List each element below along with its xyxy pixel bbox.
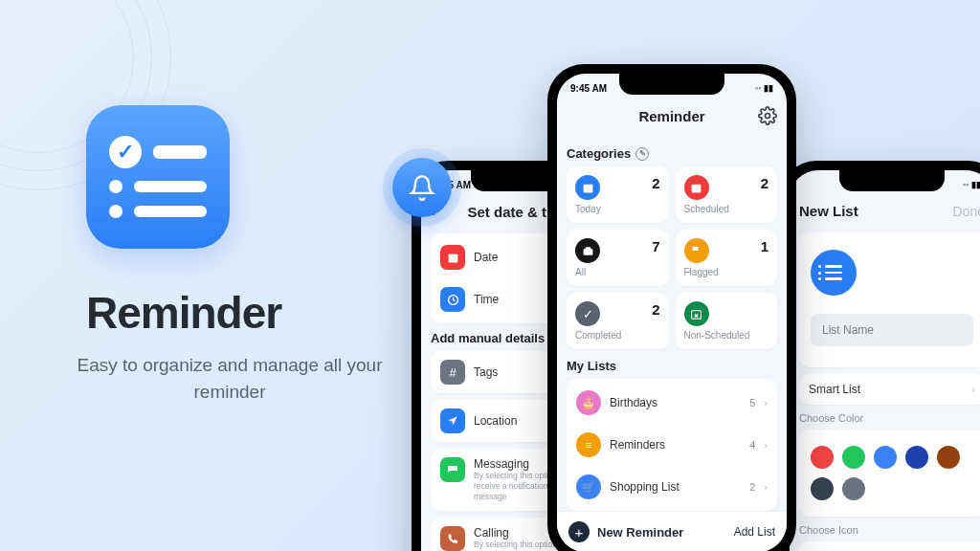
smart-list-row[interactable]: Smart List › xyxy=(799,374,980,405)
color-swatch[interactable] xyxy=(842,446,865,469)
calendar-icon xyxy=(575,175,600,200)
app-tagline: Easy to organize and manage all your rem… xyxy=(67,352,392,405)
status-icons: ◦◦ ▮▮ xyxy=(963,180,980,189)
status-time: 9:45 AM xyxy=(570,83,607,94)
screen-title: Reminder xyxy=(638,108,704,124)
svg-rect-8 xyxy=(692,310,702,319)
list-shopping-list[interactable]: 🛒Shopping List2› xyxy=(567,466,777,508)
cal-x-icon xyxy=(684,301,709,326)
color-swatch[interactable] xyxy=(937,446,960,469)
phone-main: 9:45 AM◦◦ ▮▮ Reminder Categories✎ 2Today… xyxy=(547,64,796,551)
check-icon: ✓ xyxy=(575,301,600,326)
app-title: Reminder xyxy=(86,287,392,339)
screen-title: New List xyxy=(799,203,858,219)
location-icon xyxy=(440,408,465,433)
category-today[interactable]: 2Today xyxy=(567,166,669,223)
chevron-right-icon: › xyxy=(764,397,768,408)
new-reminder-button[interactable]: New Reminder xyxy=(597,525,726,540)
tray-icon xyxy=(575,238,600,263)
calendar-icon xyxy=(440,245,465,270)
svg-rect-4 xyxy=(583,184,592,192)
svg-point-3 xyxy=(766,114,770,119)
app-icon: ✓ xyxy=(86,105,230,249)
chevron-right-icon: › xyxy=(971,384,975,395)
list-name-input[interactable]: List Name xyxy=(811,314,973,346)
cake-icon: 🎂 xyxy=(576,390,601,415)
status-icons: ◦◦ ▮▮ xyxy=(755,83,773,93)
svg-rect-7 xyxy=(585,247,590,250)
choose-color-label: Choose Color xyxy=(799,412,980,424)
check-icon: ✓ xyxy=(109,136,142,168)
flag-icon xyxy=(684,238,709,263)
category-scheduled[interactable]: 2Scheduled xyxy=(676,166,778,223)
chevron-right-icon: › xyxy=(764,481,768,493)
calendar-icon xyxy=(684,175,709,200)
done-button[interactable]: Done xyxy=(953,204,980,219)
chevron-right-icon: › xyxy=(764,439,768,451)
phone-icon xyxy=(440,526,465,551)
add-list-button[interactable]: Add List xyxy=(734,525,775,539)
category-non-scheduled[interactable]: Non-Scheduled xyxy=(676,293,778,349)
list-icon-preview xyxy=(811,250,857,296)
hash-icon: # xyxy=(440,360,465,385)
cart-icon: 🛒 xyxy=(576,474,601,499)
color-swatch[interactable] xyxy=(811,477,834,500)
color-swatch[interactable] xyxy=(811,446,834,469)
clock-icon xyxy=(440,287,465,312)
phone-new-list: ◦◦ ▮▮ New List Done List Name Smart List… xyxy=(780,161,980,551)
choose-icon-label: Choose Icon xyxy=(799,524,980,536)
list-birthdays[interactable]: 🎂Birthdays5› xyxy=(567,382,777,424)
color-swatch[interactable] xyxy=(842,477,865,500)
message-icon xyxy=(440,457,465,482)
category-all[interactable]: 7All xyxy=(567,230,669,286)
category-flagged[interactable]: 1Flagged xyxy=(676,230,778,286)
list-reminders[interactable]: ≡Reminders4› xyxy=(567,424,777,466)
svg-rect-1 xyxy=(448,253,457,255)
mylists-label: My Lists xyxy=(567,359,777,373)
edit-icon[interactable]: ✎ xyxy=(635,147,649,161)
categories-label: Categories✎ xyxy=(567,146,777,161)
svg-rect-5 xyxy=(692,184,702,192)
settings-button[interactable] xyxy=(758,106,777,125)
list-icon: ≡ xyxy=(576,432,601,457)
plus-icon[interactable]: + xyxy=(568,521,590,542)
color-swatch[interactable] xyxy=(874,446,897,469)
color-swatch[interactable] xyxy=(905,446,928,469)
bell-icon xyxy=(392,158,452,217)
category-completed[interactable]: ✓2Completed xyxy=(567,293,669,349)
